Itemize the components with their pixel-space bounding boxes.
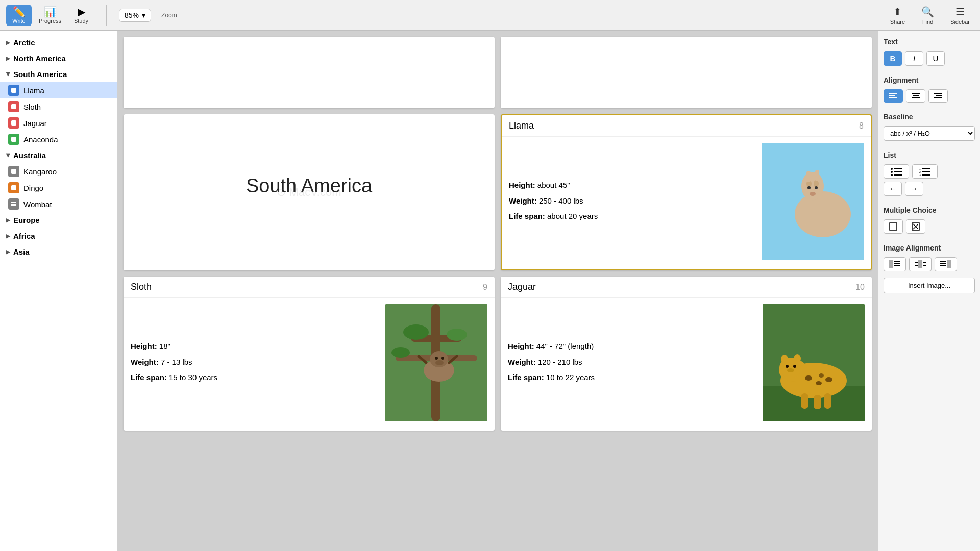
multiple-choice-section: Multiple Choice (884, 206, 975, 234)
jaguar-card-body: Height: 44" - 72" (length) Weight: 120 -… (501, 298, 872, 431)
collapse-icon: ▶ (6, 249, 10, 255)
sloth-card[interactable]: Sloth 9 Height: 18" Weight: 7 - 13 lbs L… (124, 277, 495, 431)
sidebar-item-label: Kangaroo (23, 167, 57, 176)
list-buttons: 1.2.3. (884, 164, 975, 179)
sidebar-item-europe[interactable]: ▶ Europe (0, 212, 117, 228)
svg-rect-68 (894, 174, 902, 176)
baseline-select[interactable]: abc / x² / H₂O (884, 126, 975, 141)
svg-point-32 (441, 357, 444, 360)
svg-rect-5 (11, 185, 16, 190)
checkbox-button[interactable] (884, 219, 903, 234)
alignment-section-title: Alignment (884, 76, 975, 84)
sidebar-item-south-america[interactable]: ▶ South America (0, 66, 117, 82)
insert-image-button[interactable]: Insert Image... (884, 278, 975, 293)
sidebar-item-africa[interactable]: ▶ Africa (0, 228, 117, 244)
align-center-button[interactable] (906, 89, 925, 103)
align-right-button[interactable] (928, 89, 948, 103)
bold-button[interactable]: B (884, 51, 902, 66)
svg-rect-91 (940, 265, 946, 266)
progress-button[interactable]: 📊 Progress (34, 5, 66, 26)
sidebar-item-label: Australia (13, 151, 46, 160)
expand-icon: ▶ (6, 154, 11, 158)
sloth-icon (8, 101, 19, 112)
jaguar-card[interactable]: Jaguar 10 Height: 44" - 72" (length) Wei… (501, 277, 872, 431)
img-align-left-button[interactable] (884, 257, 906, 271)
svg-rect-59 (934, 93, 942, 94)
sidebar-item-label: Sloth (23, 103, 41, 111)
italic-button[interactable]: I (905, 51, 923, 66)
sidebar-item-wombat[interactable]: Wombat (0, 196, 117, 212)
study-icon: ▶ (78, 7, 85, 17)
llama-lifespan: Life span: about 20 years (509, 211, 755, 222)
sidebar-button[interactable]: ☰ Sidebar (946, 4, 974, 27)
jaguar-card-title: Jaguar (508, 282, 536, 292)
toolbar-right: ⬆ Share 🔍 Find ☰ Sidebar (886, 4, 974, 27)
share-button[interactable]: ⬆ Share (886, 4, 909, 27)
progress-icon: 📊 (44, 7, 57, 17)
svg-rect-87 (923, 265, 926, 266)
progress-label: Progress (39, 18, 61, 24)
sidebar-item-arctic[interactable]: ▶ Arctic (0, 35, 117, 51)
sidebar-item-label: Llama (23, 86, 44, 95)
align-left-button[interactable] (884, 89, 903, 103)
zoom-label: Zoom (161, 12, 177, 19)
sidebar-item-llama[interactable]: Llama (0, 82, 117, 98)
svg-rect-50 (824, 393, 831, 409)
anaconda-icon (8, 134, 19, 145)
mode-buttons: ✏️ Write 📊 Progress ▶ Study (6, 5, 94, 26)
sidebar-item-label: Asia (13, 247, 30, 256)
sidebar-item-dingo[interactable]: Dingo (0, 180, 117, 196)
indent-buttons: ← → (884, 182, 975, 196)
svg-rect-16 (815, 170, 819, 181)
image-alignment-buttons (884, 257, 975, 271)
unordered-list-button[interactable] (884, 164, 909, 179)
img-align-center-button[interactable] (909, 257, 932, 271)
sidebar-item-north-america[interactable]: ▶ North America (0, 51, 117, 66)
underline-button[interactable]: U (926, 51, 945, 66)
svg-rect-2 (11, 120, 16, 126)
sidebar-item-jaguar[interactable]: Jaguar (0, 115, 117, 131)
svg-rect-81 (894, 263, 900, 264)
jaguar-card-number: 10 (855, 283, 865, 292)
sidebar-label: Sidebar (950, 19, 970, 25)
study-button[interactable]: ▶ Study (68, 5, 94, 26)
svg-rect-3 (11, 137, 16, 142)
chevron-down-icon: ▾ (142, 11, 145, 19)
indent-right-button[interactable]: → (905, 182, 923, 196)
kangaroo-icon (8, 166, 19, 177)
sloth-card-number: 9 (483, 283, 487, 292)
svg-rect-72 (922, 171, 930, 172)
sidebar-item-asia[interactable]: ▶ Asia (0, 244, 117, 260)
svg-rect-4 (11, 169, 16, 174)
svg-rect-66 (894, 171, 902, 172)
svg-point-46 (781, 355, 788, 364)
alignment-buttons (884, 89, 975, 103)
svg-point-14 (814, 180, 819, 187)
jaguar-image (763, 304, 865, 421)
find-button[interactable]: 🔍 Find (917, 4, 938, 27)
sidebar-item-sloth[interactable]: Sloth (0, 98, 117, 115)
indent-left-button[interactable]: ← (884, 182, 902, 196)
llama-card[interactable]: Llama 8 Height: about 45" Weight: 250 - … (501, 114, 872, 270)
sidebar-item-kangaroo[interactable]: Kangaroo (0, 163, 117, 180)
jaguar-weight: Weight: 120 - 210 lbs (508, 357, 756, 368)
svg-rect-80 (894, 261, 900, 262)
image-alignment-section: Image Alignment Insert Image... (884, 244, 975, 293)
write-button[interactable]: ✏️ Write (6, 5, 32, 26)
llama-card-number: 8 (859, 121, 864, 131)
img-align-right-button[interactable] (935, 257, 957, 271)
ordered-list-button[interactable]: 1.2.3. (912, 164, 938, 179)
svg-rect-0 (11, 88, 16, 93)
share-icon: ⬆ (893, 6, 902, 18)
cross-checkbox-button[interactable] (906, 219, 925, 234)
list-section-title: List (884, 151, 975, 159)
svg-point-17 (807, 186, 811, 189)
collapse-icon: ▶ (6, 56, 10, 61)
zoom-control[interactable]: 85% ▾ (119, 9, 151, 22)
sidebar-item-anaconda[interactable]: Anaconda (0, 131, 117, 147)
sidebar-item-australia[interactable]: ▶ Australia (0, 147, 117, 163)
right-panel: Text B I U Alignment Baseli (878, 31, 980, 551)
multiple-choice-title: Multiple Choice (884, 206, 975, 214)
llama-card-body: Height: about 45" Weight: 250 - 400 lbs … (502, 137, 871, 269)
svg-rect-86 (923, 262, 926, 263)
